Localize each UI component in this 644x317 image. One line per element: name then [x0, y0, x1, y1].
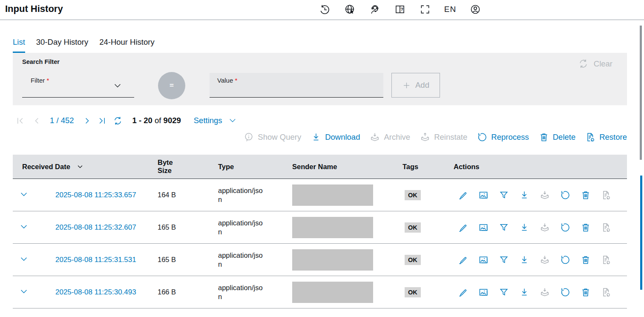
page-scrollbar-thumb[interactable] [640, 26, 642, 160]
filter-funnel-icon[interactable] [499, 222, 509, 233]
download-icon [311, 132, 321, 142]
sender-name-redacted [292, 184, 373, 206]
delete-button[interactable]: Delete [539, 132, 575, 142]
of-word: of [155, 116, 161, 125]
reinstate-button: Reinstate [420, 132, 467, 142]
reprocess-button[interactable]: Reprocess [477, 132, 529, 142]
last-page-icon[interactable] [97, 115, 107, 126]
filter-funnel-icon[interactable] [499, 190, 509, 200]
table-body: 2025-08-08 11:25:33.657 164 B applicatio… [13, 179, 627, 308]
delete-icon[interactable] [581, 255, 591, 265]
delete-icon[interactable] [581, 287, 591, 297]
row-expand-chevron-icon[interactable] [19, 222, 29, 231]
image-preview-icon[interactable] [478, 190, 489, 200]
column-received-date[interactable]: Received Date [22, 163, 158, 171]
edit-icon[interactable] [458, 287, 468, 297]
unarchive-icon [420, 132, 430, 142]
operator-value: = [170, 81, 174, 90]
reprocess-icon[interactable] [560, 287, 570, 297]
byte-size-value: 165 B [158, 223, 176, 231]
download-icon[interactable] [519, 190, 529, 200]
type-value: application/json [218, 186, 266, 204]
filter-select[interactable]: Filter * [22, 73, 134, 98]
column-byte-size: Byte Size [158, 158, 218, 175]
received-date-link[interactable]: 2025-08-08 11:25:31.531 [55, 256, 136, 264]
column-actions: Actions [454, 163, 627, 171]
tab-list[interactable]: List [13, 37, 25, 53]
language-selector[interactable]: EN [444, 3, 456, 15]
clear-button[interactable]: Clear [578, 58, 612, 69]
row-expand-chevron-icon[interactable] [19, 287, 29, 296]
image-preview-icon[interactable] [478, 222, 489, 233]
tag-badge: OK [405, 287, 421, 297]
table-row: 2025-08-08 11:25:31.531 165 B applicatio… [13, 244, 627, 276]
search-filter-title: Search Filter [22, 58, 60, 65]
filter-label: Filter [31, 77, 45, 84]
reload-icon [578, 58, 589, 69]
filter-funnel-icon[interactable] [499, 255, 509, 265]
value-input[interactable]: Value * [210, 73, 383, 98]
byte-size-value: 166 B [158, 288, 176, 296]
delete-icon[interactable] [581, 190, 591, 200]
tab-24-hour-history[interactable]: 24-Hour History [99, 37, 155, 53]
first-page-icon[interactable] [15, 115, 26, 126]
reload-icon[interactable] [112, 115, 123, 126]
page-indicator[interactable]: 1 / 452 [50, 116, 74, 125]
value-label: Value [217, 77, 233, 84]
filter-funnel-icon[interactable] [499, 287, 509, 297]
tag-badge: OK [405, 255, 421, 265]
delete-icon[interactable] [581, 222, 591, 233]
result-range: 1 - 20 of 9029 [132, 116, 181, 125]
search-filter-panel: Search Filter Filter * = Value * Add Cle… [13, 53, 627, 105]
plus-icon [402, 81, 411, 90]
reprocess-icon[interactable] [560, 190, 570, 200]
download-icon[interactable] [519, 287, 529, 297]
edit-icon[interactable] [458, 190, 468, 200]
restore-button[interactable]: Restore [585, 132, 627, 142]
download-icon[interactable] [519, 222, 529, 233]
account-icon[interactable] [469, 3, 481, 15]
required-marker: * [47, 77, 49, 84]
settings-dropdown[interactable]: Settings [194, 116, 237, 125]
input-history-table: Received Date Byte Size Type Sender Name… [13, 155, 627, 308]
received-date-link[interactable]: 2025-08-08 11:25:32.607 [55, 223, 136, 231]
settings-label: Settings [194, 116, 222, 125]
archive-button: Archive [370, 132, 410, 142]
history-icon[interactable] [319, 3, 331, 15]
reprocess-icon[interactable] [560, 255, 570, 265]
globe-icon[interactable] [344, 3, 356, 15]
fullscreen-icon[interactable] [419, 3, 431, 15]
operator-badge: = [158, 72, 185, 99]
previous-page-icon[interactable] [32, 115, 42, 126]
next-page-icon[interactable] [82, 115, 92, 126]
image-preview-icon[interactable] [478, 287, 489, 297]
sort-chevron-icon [76, 163, 84, 170]
received-date-link[interactable]: 2025-08-08 11:25:30.493 [55, 288, 136, 296]
column-sender-name: Sender Name [292, 163, 402, 171]
archive-icon [540, 287, 550, 297]
reprocess-icon[interactable] [560, 222, 570, 233]
edit-icon[interactable] [458, 222, 468, 233]
info-tooltip-icon [244, 132, 254, 142]
pagination-bar: 1 / 452 1 - 20 of 9029 Settings [13, 114, 627, 127]
archive-icon [540, 255, 550, 265]
table-scrollbar-thumb[interactable] [640, 176, 642, 290]
edit-icon[interactable] [458, 255, 468, 265]
trash-icon [539, 132, 549, 142]
table-row: 2025-08-08 11:25:33.657 164 B applicatio… [13, 179, 627, 211]
row-expand-chevron-icon[interactable] [19, 190, 29, 199]
tab-30-day-history[interactable]: 30-Day History [36, 37, 88, 53]
support-icon[interactable] [369, 3, 381, 15]
download-icon[interactable] [519, 255, 529, 265]
download-button[interactable]: Download [311, 132, 360, 142]
received-date-link[interactable]: 2025-08-08 11:25:33.657 [55, 191, 136, 199]
restore-document-icon [585, 132, 595, 142]
action-toolbar: Show Query Download Archive Reinstate Re… [13, 130, 627, 144]
byte-size-value: 164 B [158, 191, 176, 199]
image-preview-icon[interactable] [478, 255, 489, 265]
help-book-icon[interactable]: ? [394, 3, 406, 15]
restore-icon [601, 287, 611, 297]
tab-bar: List 30-Day History 24-Hour History [13, 37, 627, 53]
add-button[interactable]: Add [391, 73, 440, 98]
row-expand-chevron-icon[interactable] [19, 254, 29, 264]
